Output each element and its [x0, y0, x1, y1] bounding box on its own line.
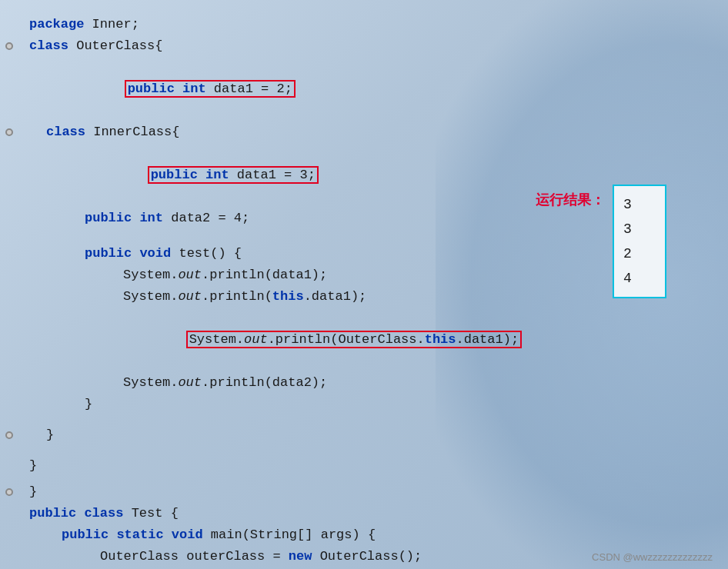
- gutter-2: [2, 42, 17, 50]
- code-text-1: package Inner;: [29, 14, 139, 35]
- code-text-18: OuterClass outerClass = new OuterClass()…: [100, 546, 422, 567]
- code-line-17: public static void main(String[] args) {: [23, 524, 728, 546]
- code-text-14: }: [29, 455, 37, 477]
- code-line-1: package Inner;: [23, 14, 728, 35]
- code-text-12: }: [85, 394, 92, 415]
- code-line-4: class InnerClass{: [23, 121, 728, 143]
- code-text-7: public void test() {: [85, 243, 242, 265]
- code-line-12: }: [23, 394, 728, 415]
- code-line-3: public int data1 = 2;: [23, 57, 728, 121]
- result-box: 3 3 2 4: [613, 185, 666, 298]
- code-line-2: class OuterClass{: [23, 35, 728, 57]
- watermark: CSDN @wwzzzzzzzzzzzzz: [592, 551, 713, 563]
- result-value-1: 3: [623, 192, 656, 217]
- code-line-10: System.out.println(OuterClass.this.data1…: [23, 308, 728, 372]
- code-line-13: }: [23, 424, 728, 446]
- code-line-16: public class Test {: [23, 503, 728, 524]
- code-line-blank2: [23, 415, 728, 424]
- code-text-10: System.out.println(OuterClass.this.data1…: [123, 308, 522, 372]
- code-text-8: System.out.println(data1);: [123, 265, 327, 286]
- gutter-dot-4: [5, 128, 13, 136]
- code-line-blank3: [23, 446, 728, 455]
- redbox-line3: public int data1 = 2;: [125, 80, 296, 98]
- code-text-9: System.out.println(this.data1);: [123, 286, 366, 308]
- gutter-4: [2, 128, 17, 136]
- gutter-13: [2, 431, 17, 439]
- result-label: 运行结果：: [536, 191, 605, 209]
- code-text-16: public class Test {: [29, 503, 179, 524]
- code-text-11: System.out.println(data2);: [123, 372, 327, 394]
- code-line-11: System.out.println(data2);: [23, 372, 728, 394]
- code-text-3: public int data1 = 2;: [62, 57, 296, 121]
- code-text-6: public int data2 = 4;: [85, 208, 249, 229]
- code-text-4: class InnerClass{: [46, 121, 179, 143]
- gutter-dot-2: [5, 42, 13, 50]
- result-value-3: 2: [623, 241, 656, 266]
- code-text-5: public int data1 = 3;: [85, 143, 319, 208]
- redbox-line5: public int data1 = 3;: [148, 166, 319, 184]
- gutter-dot-13: [5, 431, 13, 439]
- code-text-2: class OuterClass{: [29, 35, 162, 57]
- code-text-13: }: [46, 424, 54, 446]
- result-value-2: 3: [623, 217, 656, 241]
- redbox-line10: System.out.println(OuterClass.this.data1…: [186, 331, 523, 348]
- code-line-15: }: [23, 481, 728, 503]
- gutter-dot-15: [5, 488, 13, 496]
- code-text-17: public static void main(String[] args) {: [62, 524, 376, 546]
- code-text-15: }: [29, 481, 37, 503]
- gutter-15: [2, 488, 17, 496]
- code-line-14: }: [23, 455, 728, 477]
- result-value-4: 4: [623, 266, 656, 291]
